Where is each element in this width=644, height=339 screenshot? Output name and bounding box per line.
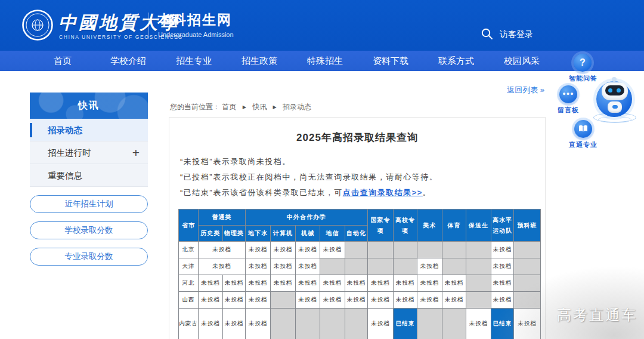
robot-mascot[interactable]	[593, 75, 636, 128]
column-header: 美术	[417, 209, 442, 242]
mascot-eye	[617, 88, 621, 93]
status-cell-empty	[466, 258, 491, 275]
column-header: 地下水	[246, 226, 271, 242]
status-cell: 未投档	[246, 258, 271, 275]
question-icon: ?	[580, 57, 586, 68]
breadcrumb-news[interactable]: 快讯	[252, 103, 267, 111]
status-cell-empty	[345, 258, 368, 275]
site-header: 中國地質大學 CHINA UNIVERSITY OF GEOSCIENCES 本…	[0, 0, 644, 51]
back-to-list-link[interactable]: 返回列表 »	[507, 85, 544, 95]
table-row: 北京未投档未投档未投档未投档未投档未投档	[179, 242, 541, 258]
status-cell: 未投档	[199, 275, 223, 292]
nav-item-policy[interactable]: 招生政策	[227, 56, 292, 67]
sidebar-item-admission-ongoing[interactable]: 招生进行时 +	[30, 141, 148, 164]
major-admission-scores-button[interactable]: 专业录取分数	[30, 248, 148, 266]
row-province: 北京	[179, 242, 199, 258]
site-title-en: Undergraduate Admission	[158, 31, 234, 38]
status-cell-empty	[466, 292, 491, 309]
table-row: 内蒙古未投档未投档未投档未投档已结束未投档已结束未投档	[179, 309, 541, 339]
status-cell: 未投档	[442, 292, 466, 309]
school-admission-scores-button[interactable]: 学校录取分数	[30, 221, 148, 239]
nav-item-majors[interactable]: 招生专业	[161, 56, 227, 67]
visitor-login-link[interactable]: 访客登录	[500, 29, 533, 40]
sidebar: 快讯 招录动态 招生进行时 + 重要信息 近年招生计划 学校录取分数 专业录取分…	[30, 93, 148, 266]
status-cell: 未投档	[223, 275, 246, 292]
status-cell-empty	[320, 258, 345, 275]
main-nav: 首页 学校介绍 招生专业 招生政策 特殊招生 资料下载 联系方式 校园风采	[0, 51, 644, 71]
status-cell: 未投档	[246, 309, 271, 339]
status-cell-empty	[271, 309, 296, 339]
status-cell: 未投档	[368, 292, 394, 309]
status-cell-empty	[345, 309, 368, 339]
message-board-button[interactable]: ●●●	[559, 85, 577, 103]
row-province: 山西	[179, 292, 199, 309]
watermark-text: 高考直通车	[557, 306, 637, 325]
sidebar-item-admission-news[interactable]: 招录动态	[30, 119, 148, 141]
nav-item-home[interactable]: 首页	[30, 56, 95, 67]
message-icon: ●●●	[562, 91, 574, 97]
breadcrumb-prefix: 您的当前位置：	[170, 103, 220, 111]
nav-item-downloads[interactable]: 资料下载	[358, 56, 423, 67]
nav-item-special[interactable]: 特殊招生	[292, 56, 358, 67]
status-cell: 未投档	[246, 292, 271, 309]
breadcrumb-arrow-icon: ▶	[243, 104, 246, 110]
note-filed: “已投档”表示我校正在阅档中，尚无法查询录取结果，请耐心等待。	[180, 170, 545, 185]
column-group-header: 普通类	[199, 209, 246, 226]
majors-guide-button[interactable]	[574, 120, 592, 138]
status-cell: 未投档	[491, 242, 514, 258]
column-header: 预科班	[514, 209, 541, 242]
mascot-antenna	[612, 77, 617, 82]
column-group-header: 中外合作办学	[246, 209, 368, 226]
sidebar-menu: 招录动态 招生进行时 + 重要信息	[30, 119, 148, 187]
status-cell: 未投档	[466, 309, 491, 339]
column-header: 保送生	[466, 209, 491, 242]
sidebar-item-important-info[interactable]: 重要信息	[30, 164, 148, 187]
table-row: 河北未投档未投档未投档未投档未投档未投档未投档未投档未投档未投档未投档未投档	[179, 275, 541, 292]
column-header: 自动化	[345, 226, 368, 242]
status-cell-empty	[271, 292, 296, 309]
sidebar-title: 快讯	[30, 93, 148, 119]
nav-item-contact[interactable]: 联系方式	[423, 56, 489, 67]
status-cell: 未投档	[368, 275, 394, 292]
mascot-eye	[608, 88, 612, 93]
smart-qa-button[interactable]: ?	[574, 54, 592, 72]
column-header: 历史类	[199, 226, 223, 242]
search-icon[interactable]	[481, 27, 494, 41]
mascot-badge	[612, 105, 618, 109]
nav-item-campus[interactable]: 校园风采	[489, 56, 555, 67]
mascot-ring	[598, 116, 631, 123]
status-cell: 未投档	[296, 292, 320, 309]
status-cell: 未投档	[246, 242, 271, 258]
recent-enrollment-plan-button[interactable]: 近年招生计划	[30, 195, 148, 213]
status-cell: 未投档	[394, 292, 417, 309]
column-header: 地信	[320, 226, 345, 242]
status-cell-empty	[514, 242, 541, 258]
status-cell: 未投档	[271, 275, 296, 292]
breadcrumb-current[interactable]: 招录动态	[283, 103, 311, 111]
status-cell-finished[interactable]: 已结束	[394, 309, 417, 339]
column-header: 高水平运动队	[491, 209, 514, 242]
header-divider	[148, 13, 149, 39]
status-cell-empty	[442, 309, 466, 339]
table-row: 天津未投档未投档未投档未投档未投档未投档	[179, 258, 541, 275]
status-cell-empty	[442, 242, 466, 258]
status-cell: 未投档	[442, 275, 466, 292]
corner-shade	[495, 267, 644, 339]
nav-item-about[interactable]: 学校介绍	[95, 56, 161, 67]
column-header: 国家专项	[368, 209, 394, 242]
status-cell-empty	[442, 258, 466, 275]
status-cell: 未投档	[417, 258, 442, 275]
column-header: 机械	[296, 226, 320, 242]
breadcrumb-home[interactable]: 首页	[222, 103, 236, 111]
status-cell: 未投档	[223, 309, 246, 339]
breadcrumb-arrow-icon: ▶	[273, 104, 277, 110]
column-header: 体育	[442, 209, 466, 242]
status-cell: 未投档	[417, 275, 442, 292]
status-cell: 未投档	[296, 258, 320, 275]
status-cell-empty	[417, 309, 442, 339]
query-results-link[interactable]: 点击查询录取结果>>	[343, 188, 423, 197]
status-cell: 未投档	[368, 309, 394, 339]
expand-plus-icon[interactable]: +	[132, 141, 140, 164]
status-cell: 未投档	[296, 242, 320, 258]
status-cell-empty	[368, 242, 394, 258]
